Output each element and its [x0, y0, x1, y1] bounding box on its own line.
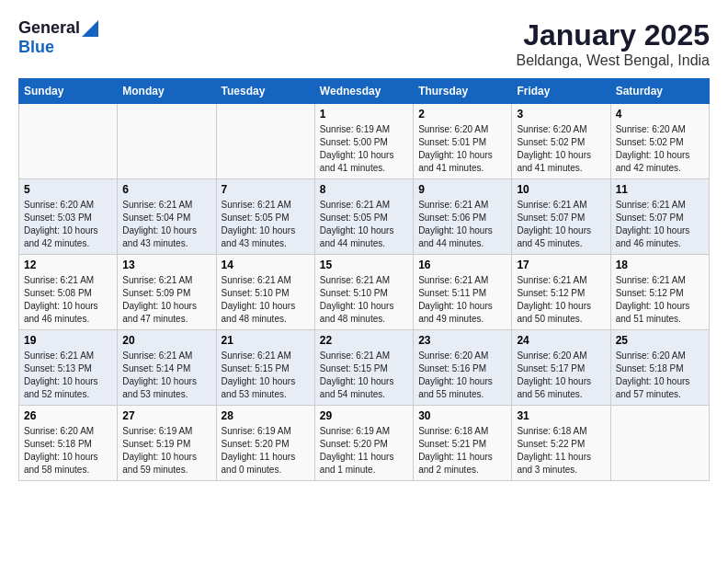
logo-general: General: [18, 18, 80, 38]
calendar-cell: 18Sunrise: 6:21 AM Sunset: 5:12 PM Dayli…: [610, 255, 709, 330]
day-number: 22: [320, 334, 408, 347]
day-info: Sunrise: 6:18 AM Sunset: 5:22 PM Dayligh…: [517, 425, 605, 477]
calendar-cell: 27Sunrise: 6:19 AM Sunset: 5:19 PM Dayli…: [118, 406, 216, 481]
day-info: Sunrise: 6:21 AM Sunset: 5:15 PM Dayligh…: [222, 350, 310, 401]
calendar-cell: 30Sunrise: 6:18 AM Sunset: 5:21 PM Dayli…: [414, 406, 512, 481]
logo-icon: [82, 20, 98, 37]
day-number: 25: [616, 334, 704, 347]
calendar-cell: 17Sunrise: 6:21 AM Sunset: 5:12 PM Dayli…: [512, 255, 610, 330]
day-number: 12: [24, 259, 112, 271]
day-number: 16: [418, 259, 506, 271]
calendar-cell: 13Sunrise: 6:21 AM Sunset: 5:09 PM Dayli…: [118, 255, 216, 330]
title-block: January 2025 Beldanga, West Bengal, Indi…: [516, 18, 710, 69]
day-info: Sunrise: 6:19 AM Sunset: 5:20 PM Dayligh…: [222, 425, 310, 477]
day-info: Sunrise: 6:21 AM Sunset: 5:06 PM Dayligh…: [418, 199, 506, 250]
day-info: Sunrise: 6:21 AM Sunset: 5:15 PM Dayligh…: [320, 350, 408, 401]
calendar-cell: 5Sunrise: 6:20 AM Sunset: 5:03 PM Daylig…: [19, 179, 118, 255]
calendar-cell: 24Sunrise: 6:20 AM Sunset: 5:17 PM Dayli…: [512, 330, 610, 406]
day-number: 15: [320, 259, 408, 271]
day-info: Sunrise: 6:19 AM Sunset: 5:00 PM Dayligh…: [320, 123, 408, 175]
calendar-cell: 20Sunrise: 6:21 AM Sunset: 5:14 PM Dayli…: [118, 330, 216, 406]
calendar-cell: 21Sunrise: 6:21 AM Sunset: 5:15 PM Dayli…: [216, 330, 314, 406]
calendar-cell: 16Sunrise: 6:21 AM Sunset: 5:11 PM Dayli…: [414, 255, 512, 330]
day-number: 28: [222, 409, 310, 422]
day-number: 23: [418, 334, 506, 347]
day-number: 17: [517, 259, 605, 271]
calendar-cell: 2Sunrise: 6:20 AM Sunset: 5:01 PM Daylig…: [414, 104, 512, 179]
calendar-cell: 3Sunrise: 6:20 AM Sunset: 5:02 PM Daylig…: [512, 104, 610, 179]
calendar-week-1: 1Sunrise: 6:19 AM Sunset: 5:00 PM Daylig…: [19, 104, 710, 179]
weekday-header-saturday: Saturday: [610, 79, 709, 104]
day-info: Sunrise: 6:20 AM Sunset: 5:02 PM Dayligh…: [616, 123, 704, 175]
calendar-cell: [610, 406, 709, 481]
day-info: Sunrise: 6:21 AM Sunset: 5:05 PM Dayligh…: [222, 199, 310, 250]
calendar-cell: 1Sunrise: 6:19 AM Sunset: 5:00 PM Daylig…: [314, 104, 413, 179]
weekday-header-monday: Monday: [118, 79, 216, 104]
logo-blue: Blue: [18, 38, 54, 56]
day-number: 31: [517, 409, 605, 422]
calendar-cell: 15Sunrise: 6:21 AM Sunset: 5:10 PM Dayli…: [314, 255, 413, 330]
day-number: 9: [418, 183, 506, 196]
calendar-cell: 26Sunrise: 6:20 AM Sunset: 5:18 PM Dayli…: [19, 406, 118, 481]
day-number: 2: [418, 108, 506, 121]
calendar-week-5: 26Sunrise: 6:20 AM Sunset: 5:18 PM Dayli…: [19, 406, 710, 481]
calendar-week-4: 19Sunrise: 6:21 AM Sunset: 5:13 PM Dayli…: [19, 330, 710, 406]
day-info: Sunrise: 6:21 AM Sunset: 5:08 PM Dayligh…: [24, 274, 112, 326]
weekday-header-tuesday: Tuesday: [216, 79, 314, 104]
day-info: Sunrise: 6:21 AM Sunset: 5:07 PM Dayligh…: [517, 199, 605, 250]
calendar-cell: 25Sunrise: 6:20 AM Sunset: 5:18 PM Dayli…: [610, 330, 709, 406]
day-info: Sunrise: 6:21 AM Sunset: 5:04 PM Dayligh…: [122, 199, 210, 250]
day-number: 18: [616, 259, 704, 271]
day-info: Sunrise: 6:21 AM Sunset: 5:09 PM Dayligh…: [122, 274, 210, 326]
day-number: 30: [418, 409, 506, 422]
weekday-header-friday: Friday: [512, 79, 610, 104]
day-info: Sunrise: 6:21 AM Sunset: 5:12 PM Dayligh…: [616, 274, 704, 326]
weekday-header-sunday: Sunday: [19, 79, 118, 104]
day-number: 8: [320, 183, 408, 196]
day-info: Sunrise: 6:19 AM Sunset: 5:19 PM Dayligh…: [122, 425, 210, 477]
day-info: Sunrise: 6:20 AM Sunset: 5:18 PM Dayligh…: [24, 425, 112, 477]
day-number: 20: [122, 334, 210, 347]
calendar-cell: 19Sunrise: 6:21 AM Sunset: 5:13 PM Dayli…: [19, 330, 118, 406]
day-info: Sunrise: 6:21 AM Sunset: 5:10 PM Dayligh…: [222, 274, 310, 326]
calendar-cell: 12Sunrise: 6:21 AM Sunset: 5:08 PM Dayli…: [19, 255, 118, 330]
day-info: Sunrise: 6:21 AM Sunset: 5:12 PM Dayligh…: [517, 274, 605, 326]
day-info: Sunrise: 6:21 AM Sunset: 5:13 PM Dayligh…: [24, 350, 112, 401]
calendar-cell: 6Sunrise: 6:21 AM Sunset: 5:04 PM Daylig…: [118, 179, 216, 255]
calendar-cell: 10Sunrise: 6:21 AM Sunset: 5:07 PM Dayli…: [512, 179, 610, 255]
day-number: 1: [320, 108, 408, 121]
calendar-cell: 11Sunrise: 6:21 AM Sunset: 5:07 PM Dayli…: [610, 179, 709, 255]
day-number: 11: [616, 183, 704, 196]
calendar-cell: 9Sunrise: 6:21 AM Sunset: 5:06 PM Daylig…: [414, 179, 512, 255]
day-info: Sunrise: 6:21 AM Sunset: 5:07 PM Dayligh…: [616, 199, 704, 250]
day-info: Sunrise: 6:21 AM Sunset: 5:05 PM Dayligh…: [320, 199, 408, 250]
calendar-week-2: 5Sunrise: 6:20 AM Sunset: 5:03 PM Daylig…: [19, 179, 710, 255]
day-number: 4: [616, 108, 704, 121]
weekday-header-row: SundayMondayTuesdayWednesdayThursdayFrid…: [19, 79, 710, 104]
day-info: Sunrise: 6:20 AM Sunset: 5:18 PM Dayligh…: [616, 350, 704, 401]
calendar-cell: 31Sunrise: 6:18 AM Sunset: 5:22 PM Dayli…: [512, 406, 610, 481]
day-number: 13: [122, 259, 210, 271]
day-number: 29: [320, 409, 408, 422]
calendar-cell: 22Sunrise: 6:21 AM Sunset: 5:15 PM Dayli…: [314, 330, 413, 406]
day-number: 24: [517, 334, 605, 347]
day-info: Sunrise: 6:21 AM Sunset: 5:14 PM Dayligh…: [122, 350, 210, 401]
day-number: 6: [122, 183, 210, 196]
calendar-cell: [118, 104, 216, 179]
day-info: Sunrise: 6:19 AM Sunset: 5:20 PM Dayligh…: [320, 425, 408, 477]
day-number: 27: [122, 409, 210, 422]
calendar-cell: [19, 104, 118, 179]
page-header: General Blue January 2025 Beldanga, West…: [18, 18, 710, 69]
day-info: Sunrise: 6:18 AM Sunset: 5:21 PM Dayligh…: [418, 425, 506, 477]
day-number: 5: [24, 183, 112, 196]
day-number: 14: [222, 259, 310, 271]
svg-marker-0: [82, 20, 98, 37]
calendar-cell: [216, 104, 314, 179]
day-info: Sunrise: 6:20 AM Sunset: 5:03 PM Dayligh…: [24, 199, 112, 250]
day-info: Sunrise: 6:20 AM Sunset: 5:16 PM Dayligh…: [418, 350, 506, 401]
day-info: Sunrise: 6:21 AM Sunset: 5:10 PM Dayligh…: [320, 274, 408, 326]
logo: General Blue: [18, 18, 98, 57]
day-info: Sunrise: 6:20 AM Sunset: 5:01 PM Dayligh…: [418, 123, 506, 175]
calendar-week-3: 12Sunrise: 6:21 AM Sunset: 5:08 PM Dayli…: [19, 255, 710, 330]
day-number: 10: [517, 183, 605, 196]
